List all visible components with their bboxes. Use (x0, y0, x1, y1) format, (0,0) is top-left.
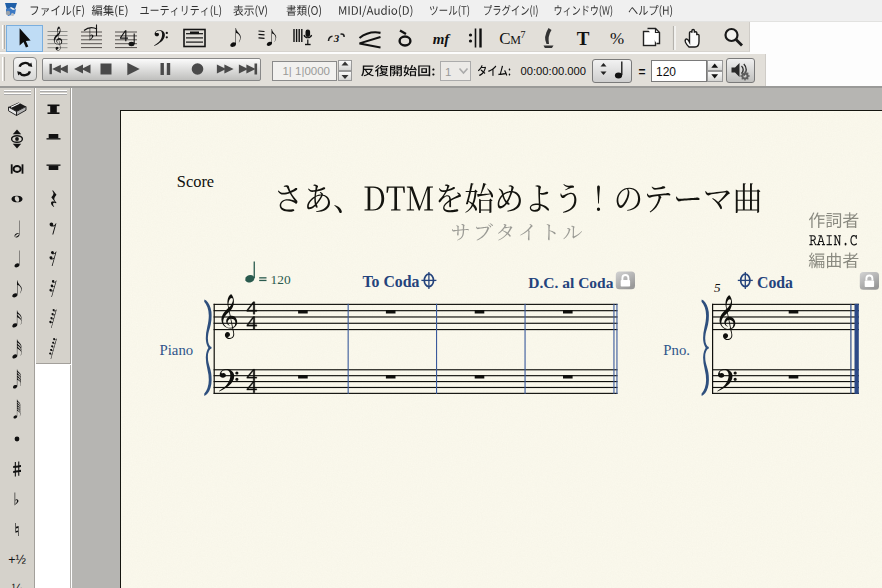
svg-text:M: M (510, 33, 521, 47)
svg-text:Piano: Piano (160, 342, 194, 358)
svg-text:3: 3 (333, 32, 340, 44)
svg-text:mf: mf (433, 31, 452, 47)
svg-text:+½: +½ (8, 553, 26, 567)
svg-text:5: 5 (714, 280, 721, 295)
svg-text:C: C (499, 29, 510, 48)
svg-text:To Coda: To Coda (363, 273, 420, 290)
svg-text:1| 1|0000: 1| 1|0000 (282, 65, 330, 77)
svg-text:%: % (610, 29, 624, 48)
svg-text:120: 120 (656, 65, 676, 79)
svg-text:00:00:00.000: 00:00:00.000 (521, 64, 587, 77)
svg-text:¼: ¼ (12, 582, 23, 588)
svg-text:=: = (639, 65, 646, 79)
svg-text:T: T (577, 28, 590, 49)
svg-text:7: 7 (521, 29, 526, 40)
svg-text:Coda: Coda (757, 274, 793, 291)
svg-text:1: 1 (445, 66, 451, 78)
svg-text:D.C. al Coda: D.C. al Coda (528, 274, 614, 291)
svg-text:120: 120 (271, 272, 291, 287)
svg-text:Pno.: Pno. (663, 342, 690, 358)
svg-text:Score: Score (177, 172, 214, 191)
